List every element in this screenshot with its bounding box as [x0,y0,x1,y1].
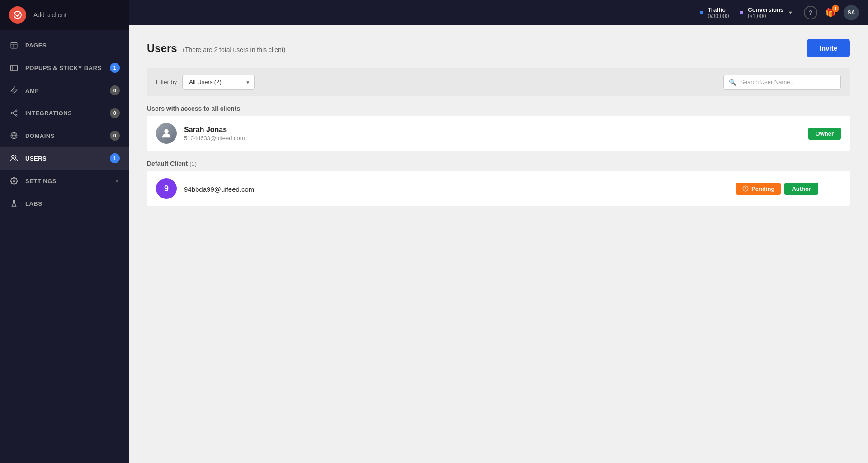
sidebar-item-pages[interactable]: PAGES [0,34,129,57]
add-client-link[interactable]: Add a client [33,11,66,19]
sidebar-item-label: PAGES [25,42,47,49]
user-email: 94bbda99@uifeed.com [184,185,736,193]
conversions-label: Conversions [748,6,783,13]
page-title: Users [147,42,177,54]
sidebar-item-label: DOMAINS [25,132,55,139]
users-badge: 1 [110,153,120,163]
avatar [156,123,177,144]
filter-select-wrapper: All Users (2) [182,75,255,90]
filter-select[interactable]: All Users (2) [182,75,255,90]
svg-rect-1 [11,42,17,48]
sidebar-item-label: AMP [25,87,39,94]
gift-icon[interactable]: 🎁 5 [826,8,835,18]
amp-badge: 0 [110,85,120,95]
author-badge: Author [784,183,818,195]
svg-point-0 [14,11,21,19]
avatar[interactable]: SA [844,5,859,20]
pages-icon [9,40,19,50]
all-access-section: Users with access to all clients Sarah J… [147,105,850,151]
domains-icon [9,131,19,141]
search-input[interactable] [723,75,841,90]
traffic-dot [700,11,703,14]
sidebar-item-label: POPUPS & STICKY BARS [25,65,102,71]
svg-line-11 [12,113,16,115]
sidebar-item-amp[interactable]: AMP 0 [0,79,129,102]
sidebar-item-label: LABS [25,200,42,207]
svg-point-8 [16,110,17,111]
settings-icon [9,176,19,186]
svg-point-17 [164,129,168,133]
integrations-icon [9,108,19,118]
user-email: 5104d633@uifeed.com [184,135,808,142]
page-content: Users (There are 2 total users in this c… [129,25,868,463]
labs-icon [9,198,19,208]
user-badges: Pending Author ⋯ [736,182,841,195]
table-row: Sarah Jonas 5104d633@uifeed.com Owner [147,116,850,151]
traffic-value: 0/30,000 [708,13,729,19]
svg-marker-6 [11,87,17,94]
svg-line-10 [12,111,16,113]
svg-rect-4 [11,65,18,71]
sidebar-item-popups[interactable]: POPUPS & STICKY BARS 1 [0,57,129,79]
search-icon: 🔍 [729,79,736,86]
sidebar-item-settings[interactable]: SETTINGS ▼ [0,170,129,192]
default-client-title: Default Client (1) [147,160,850,167]
page-header: Users (There are 2 total users in this c… [147,39,850,57]
sidebar-nav: PAGES POPUPS & STICKY BARS 1 AMP 0 [0,30,129,463]
sidebar: Add a client PAGES POPUPS & STICKY [0,0,129,463]
sidebar-item-domains[interactable]: DOMAINS 0 [0,124,129,147]
help-icon[interactable]: ? [804,6,817,19]
conversions-value: 0/1,000 [748,13,783,19]
sidebar-item-integrations[interactable]: INTEGRATIONS 0 [0,102,129,124]
logo-icon [9,6,26,24]
search-wrapper: 🔍 [723,75,841,90]
invite-button[interactable]: Invite [807,39,850,57]
more-options-button[interactable]: ⋯ [826,182,841,195]
conv-dot [740,11,743,14]
page-title-area: Users (There are 2 total users in this c… [147,42,285,55]
conversions-widget: Conversions 0/1,000 ▼ [740,6,793,19]
owner-badge: Owner [808,128,841,140]
default-client-section: Default Client (1) 9 94bbda99@uifeed.com [147,160,850,206]
pending-label: Pending [751,185,774,192]
user-name: Sarah Jonas [184,126,808,134]
avatar: 9 [156,178,177,199]
svg-point-16 [13,180,15,182]
sidebar-item-label: USERS [25,155,47,162]
client-count: (1) [189,161,197,167]
all-access-section-title: Users with access to all clients [147,105,850,112]
sidebar-item-label: INTEGRATIONS [25,110,72,117]
popups-badge: 1 [110,63,120,73]
sidebar-item-users[interactable]: USERS 1 [0,147,129,170]
sidebar-header: Add a client [0,0,129,30]
svg-point-9 [16,115,17,116]
traffic-widget: Traffic 0/30,000 [700,6,729,19]
user-info: Sarah Jonas 5104d633@uifeed.com [184,126,808,142]
filter-row: Filter by All Users (2) 🔍 [147,68,850,96]
user-info: 94bbda99@uifeed.com [184,184,736,193]
avatar-initial: 9 [164,184,169,194]
svg-point-7 [11,113,12,114]
main-area: Traffic 0/30,000 Conversions 0/1,000 ▼ ?… [129,0,868,463]
filter-label: Filter by [156,79,177,85]
topbar-icons: ? 🎁 5 SA [804,5,859,20]
table-row: 9 94bbda99@uifeed.com Pending Author ⋯ [147,171,850,206]
amp-icon [9,85,19,95]
settings-arrow-icon: ▼ [114,178,120,184]
domains-badge: 0 [110,131,120,141]
topbar: Traffic 0/30,000 Conversions 0/1,000 ▼ ?… [129,0,868,25]
sidebar-item-labs[interactable]: LABS [0,192,129,215]
page-subtitle: (There are 2 total users in this client) [183,46,285,53]
popups-icon [9,63,19,73]
traffic-label: Traffic [708,6,729,13]
pending-badge: Pending [736,183,781,195]
users-icon [9,153,19,163]
default-client-label: Default Client [147,160,188,167]
integrations-badge: 0 [110,108,120,118]
gift-badge: 5 [832,5,839,12]
svg-point-15 [12,155,14,158]
conversions-dropdown-icon[interactable]: ▼ [788,10,793,15]
filter-group: Filter by All Users (2) [156,75,255,90]
sidebar-item-label: SETTINGS [25,178,57,184]
